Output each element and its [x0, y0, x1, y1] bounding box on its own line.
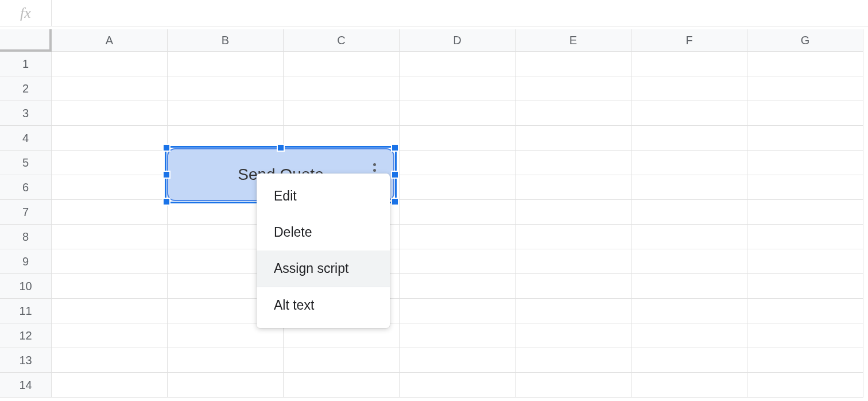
cell[interactable] [516, 151, 631, 175]
cell[interactable] [631, 175, 747, 200]
row-header[interactable]: 1 [0, 52, 52, 76]
cell[interactable] [747, 175, 863, 200]
cell[interactable] [747, 225, 863, 249]
cell[interactable] [516, 348, 631, 373]
cell[interactable] [400, 348, 516, 373]
cell[interactable] [52, 200, 168, 225]
row-header[interactable]: 14 [0, 373, 52, 398]
cell[interactable] [168, 373, 284, 398]
column-header[interactable]: B [168, 29, 284, 52]
cell[interactable] [400, 52, 516, 76]
cell[interactable] [631, 249, 747, 274]
cell[interactable] [52, 126, 168, 151]
cell[interactable] [52, 373, 168, 398]
cell[interactable] [631, 151, 747, 175]
cell[interactable] [631, 274, 747, 299]
cell[interactable] [747, 101, 863, 126]
cell[interactable] [400, 274, 516, 299]
row-header[interactable]: 12 [0, 323, 52, 348]
cell[interactable] [516, 200, 631, 225]
cell[interactable] [52, 175, 168, 200]
cell[interactable] [400, 299, 516, 323]
resize-handle-tr[interactable] [391, 144, 399, 152]
menu-item-alt-text[interactable]: Alt text [257, 287, 390, 323]
cell[interactable] [52, 299, 168, 323]
cell[interactable] [631, 200, 747, 225]
cell[interactable] [631, 101, 747, 126]
row-header[interactable]: 8 [0, 225, 52, 249]
cell[interactable] [747, 323, 863, 348]
row-header[interactable]: 2 [0, 76, 52, 101]
cell[interactable] [747, 126, 863, 151]
cell[interactable] [400, 76, 516, 101]
cell[interactable] [284, 101, 400, 126]
cell[interactable] [631, 373, 747, 398]
cell[interactable] [168, 76, 284, 101]
cell[interactable] [284, 76, 400, 101]
column-header[interactable]: A [52, 29, 168, 52]
cell[interactable] [400, 151, 516, 175]
cell[interactable] [516, 126, 631, 151]
cell[interactable] [168, 101, 284, 126]
cell[interactable] [52, 52, 168, 76]
row-header[interactable]: 6 [0, 175, 52, 200]
cell[interactable] [52, 249, 168, 274]
cell[interactable] [516, 225, 631, 249]
cell[interactable] [747, 249, 863, 274]
row-header[interactable]: 3 [0, 101, 52, 126]
cell[interactable] [631, 348, 747, 373]
cell[interactable] [516, 249, 631, 274]
cell[interactable] [52, 76, 168, 101]
cell[interactable] [284, 348, 400, 373]
cell[interactable] [400, 101, 516, 126]
row-header[interactable]: 9 [0, 249, 52, 274]
cell[interactable] [747, 52, 863, 76]
cell[interactable] [631, 126, 747, 151]
column-header[interactable]: F [631, 29, 747, 52]
cell[interactable] [400, 249, 516, 274]
cell[interactable] [168, 52, 284, 76]
column-header[interactable]: C [284, 29, 400, 52]
cell[interactable] [516, 373, 631, 398]
cell[interactable] [631, 323, 747, 348]
cell[interactable] [52, 323, 168, 348]
cell[interactable] [631, 225, 747, 249]
row-header[interactable]: 10 [0, 274, 52, 299]
resize-handle-tl[interactable] [162, 144, 170, 152]
cell[interactable] [516, 76, 631, 101]
cell[interactable] [747, 200, 863, 225]
row-header[interactable]: 4 [0, 126, 52, 151]
column-header[interactable]: G [747, 29, 863, 52]
cell[interactable] [284, 373, 400, 398]
cell[interactable] [168, 348, 284, 373]
cell[interactable] [400, 175, 516, 200]
select-all-cell[interactable] [0, 29, 52, 52]
cell[interactable] [400, 200, 516, 225]
cell[interactable] [747, 373, 863, 398]
cell[interactable] [400, 225, 516, 249]
cell[interactable] [631, 76, 747, 101]
cell[interactable] [284, 52, 400, 76]
cell[interactable] [400, 323, 516, 348]
cell[interactable] [516, 101, 631, 126]
cell[interactable] [631, 299, 747, 323]
resize-handle-mr[interactable] [391, 171, 399, 179]
cell[interactable] [516, 175, 631, 200]
row-header[interactable]: 11 [0, 299, 52, 323]
cell[interactable] [747, 299, 863, 323]
cell[interactable] [516, 52, 631, 76]
menu-item-delete[interactable]: Delete [257, 214, 390, 250]
cell[interactable] [747, 348, 863, 373]
resize-handle-bl[interactable] [162, 198, 170, 206]
column-header[interactable]: D [400, 29, 516, 52]
menu-item-edit[interactable]: Edit [257, 178, 390, 214]
cell[interactable] [747, 274, 863, 299]
row-header[interactable]: 5 [0, 151, 52, 175]
cell[interactable] [631, 52, 747, 76]
cell[interactable] [52, 348, 168, 373]
cell[interactable] [52, 274, 168, 299]
resize-handle-ml[interactable] [162, 171, 170, 179]
row-header[interactable]: 13 [0, 348, 52, 373]
cell[interactable] [52, 151, 168, 175]
cell[interactable] [516, 274, 631, 299]
